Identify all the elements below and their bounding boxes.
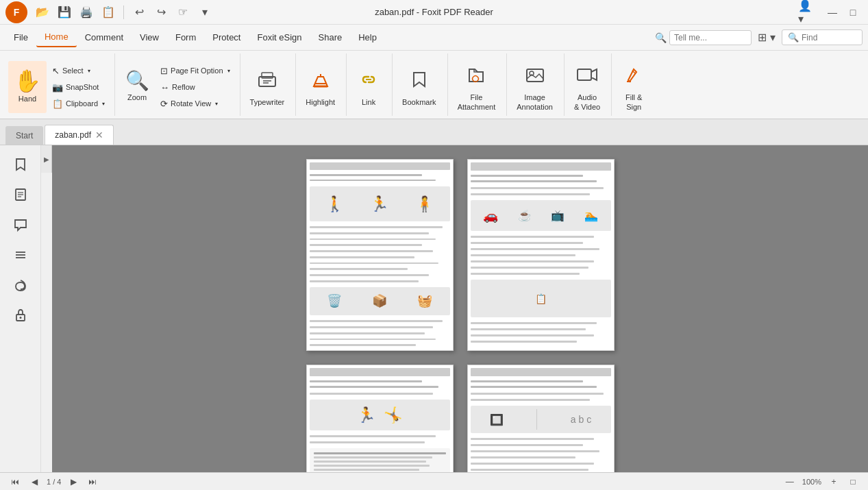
redo-button[interactable]: ↪ <box>151 3 171 22</box>
rotate-icon: ⟳ <box>160 99 168 109</box>
image-annotation-button[interactable]: Image Annotation <box>511 61 558 113</box>
first-page-button[interactable]: ⏮ <box>8 475 22 489</box>
sidebar-bookmark-panel[interactable] <box>7 151 34 178</box>
print-button[interactable]: 🖨️ <box>77 3 96 22</box>
page-1-content: 🚶 🏃 🧍 🗑️ 📦 <box>307 160 453 350</box>
zoom-in-button[interactable]: + <box>827 475 841 489</box>
dropdown-button[interactable]: ▾ <box>195 3 214 22</box>
app-logo: F <box>5 1 27 23</box>
ribbon-zoom-items: 🔍 Zoom ⊡ Page Fit Option ▾ ↔ Reflow ⟳ Ro… <box>119 53 234 113</box>
page-4-header <box>471 368 611 376</box>
menu-file[interactable]: File <box>5 28 36 47</box>
tab-zaban[interactable]: zaban.pdf ✕ <box>45 125 114 145</box>
menu-home[interactable]: Home <box>36 27 77 47</box>
menu-share[interactable]: Share <box>310 28 351 47</box>
link-button[interactable]: Link <box>351 61 386 113</box>
zoom-label: Zoom <box>127 93 147 102</box>
search-icon: 🔍 <box>655 32 667 43</box>
zoom-out-button[interactable]: — <box>783 475 797 489</box>
view-options: ⊞ ▾ <box>757 28 776 47</box>
ribbon-group-tools: ✋ Hand ↖ Select ▾ 📷 SnapShot 📋 Clipboard… <box>5 53 115 116</box>
fill-sign-button[interactable]: Fill & Sign <box>616 61 652 113</box>
ribbon-tools-items: ✋ Hand ↖ Select ▾ 📷 SnapShot 📋 Clipboard… <box>8 53 109 113</box>
ribbon-typewriter-items: Typewriter <box>245 53 290 113</box>
sidebar-collapse-button[interactable]: ▶ <box>41 145 52 173</box>
page-fit-button[interactable]: ⊡ Page Fit Option ▾ <box>156 63 234 78</box>
sidebar-layers-panel[interactable] <box>7 241 34 269</box>
new-button[interactable]: 📋 <box>99 3 118 22</box>
zoom-level: 100% <box>802 478 821 486</box>
bookmark-button[interactable]: Bookmark <box>397 61 442 113</box>
fit-window-button[interactable]: □ <box>846 475 860 489</box>
highlight-label: Highlight <box>306 98 335 107</box>
clipboard-button[interactable]: 📋 Clipboard ▾ <box>48 96 109 111</box>
tab-zaban-close[interactable]: ✕ <box>95 130 103 140</box>
prev-page-button[interactable]: ◀ <box>27 475 41 489</box>
open-file-button[interactable]: 📂 <box>33 3 52 22</box>
pdf-page-2[interactable]: 🚗 ☕ 📺 🏊 📋 <box>467 159 615 351</box>
maximize-button[interactable]: □ <box>843 4 863 21</box>
link-label: Link <box>362 98 375 107</box>
page-3-header <box>310 368 450 376</box>
save-button[interactable]: 💾 <box>55 3 74 22</box>
fill-sign-icon <box>621 62 646 90</box>
hand-tool-ribbon-button[interactable]: ✋ Hand <box>8 61 47 113</box>
find-input[interactable] <box>802 33 856 42</box>
hand-tool-button[interactable]: ☞ <box>173 3 193 22</box>
undo-button[interactable]: ↩ <box>129 3 149 22</box>
pdf-page-1[interactable]: 🚶 🏃 🧍 🗑️ 📦 <box>306 159 454 351</box>
profile-button[interactable]: 👤 ▾ <box>798 3 817 22</box>
snapshot-icon: 📷 <box>52 82 63 93</box>
page-2-content: 🚗 ☕ 📺 🏊 📋 <box>468 160 614 350</box>
pdf-page-4[interactable]: 🔲 a b c <box>467 365 615 472</box>
menu-foxit-esign[interactable]: Foxit eSign <box>249 28 310 47</box>
menu-protect[interactable]: Protect <box>204 28 249 47</box>
status-bar: ⏮ ◀ 1 / 4 ▶ ⏭ — 100% + □ <box>0 472 868 490</box>
last-page-button[interactable]: ⏭ <box>86 475 99 489</box>
minimize-button[interactable]: — <box>823 4 842 21</box>
rotate-view-button[interactable]: ⟳ Rotate View ▾ <box>156 96 234 111</box>
page-fit-label: Page Fit Option <box>171 66 223 75</box>
ribbon-file-attachment-items: File Attachment <box>452 53 501 113</box>
typewriter-icon <box>255 67 280 95</box>
file-attachment-button[interactable]: File Attachment <box>452 61 501 113</box>
pdf-page-3[interactable]: 🏃 🤸 <box>306 365 454 472</box>
pdf-viewer[interactable]: 🚶 🏃 🧍 🗑️ 📦 <box>52 145 868 472</box>
rotate-dropdown: ▾ <box>215 101 218 107</box>
menu-form[interactable]: Form <box>167 28 204 47</box>
image-annotation-label: Image Annotation <box>517 93 553 111</box>
sidebar-security-panel[interactable] <box>7 302 34 329</box>
snapshot-button[interactable]: 📷 SnapShot <box>48 79 109 95</box>
select-button[interactable]: ↖ Select ▾ <box>48 63 109 78</box>
sidebar-pages-panel[interactable] <box>7 181 34 208</box>
ribbon-small-col: ↖ Select ▾ 📷 SnapShot 📋 Clipboard ▾ <box>48 61 109 113</box>
ribbon-group-file-attachment: File Attachment <box>449 53 508 116</box>
typewriter-button[interactable]: Typewriter <box>245 61 290 113</box>
zoom-button[interactable]: 🔍 Zoom <box>119 61 155 113</box>
svg-point-21 <box>19 317 21 319</box>
ribbon-bookmark-items: Bookmark <box>397 53 442 113</box>
ribbon-group-typewriter: Typewriter <box>242 53 297 116</box>
highlight-button[interactable]: Highlight <box>300 61 340 113</box>
menu-view[interactable]: View <box>132 28 167 47</box>
next-page-button[interactable]: ▶ <box>66 475 80 489</box>
sidebar-attachment-panel[interactable] <box>7 271 34 299</box>
menu-comment[interactable]: Comment <box>77 28 132 47</box>
reflow-button[interactable]: ↔ Reflow <box>156 79 234 95</box>
audio-video-button[interactable]: Audio & Video <box>569 61 606 113</box>
tell-me-input[interactable] <box>669 30 752 45</box>
ribbon-group-highlight: Highlight <box>297 53 347 116</box>
status-nav: ⏮ ◀ 1 / 4 ▶ ⏭ <box>8 475 99 489</box>
menu-help[interactable]: Help <box>350 28 385 47</box>
ribbon: ✋ Hand ↖ Select ▾ 📷 SnapShot 📋 Clipboard… <box>0 51 868 119</box>
image-annotation-icon <box>523 62 547 90</box>
page-3-content: 🏃 🤸 <box>307 365 453 472</box>
view-options-button[interactable]: ⊞ ▾ <box>757 28 776 47</box>
tab-zaban-label: zaban.pdf <box>55 130 91 140</box>
hand-label: Hand <box>18 95 36 103</box>
tab-start[interactable]: Start <box>5 126 43 145</box>
zoom-icon: 🔍 <box>125 71 149 90</box>
clipboard-icon: 📋 <box>52 99 63 109</box>
clipboard-dropdown-arrow: ▾ <box>102 101 105 107</box>
sidebar-comment-panel[interactable] <box>7 211 34 238</box>
